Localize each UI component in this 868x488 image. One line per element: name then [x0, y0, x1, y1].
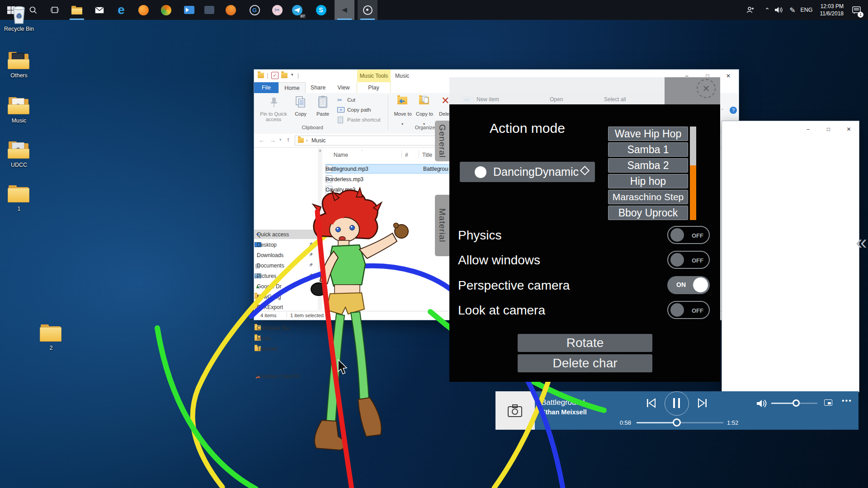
taskbar-telegram[interactable]: 87: [287, 0, 307, 20]
sidebar-item[interactable]: FBXExport: [254, 302, 319, 312]
qat-new-folder-icon[interactable]: [281, 73, 288, 78]
copy-path-button[interactable]: w Copy path: [337, 107, 387, 114]
back-icon[interactable]: ←: [259, 136, 265, 144]
sidebar-item[interactable]: ↓ Downloads: [254, 250, 319, 260]
sidebar-item[interactable]: ☁ Creative Cloud Fil: [254, 371, 319, 381]
seek-bar-remaining[interactable]: [677, 422, 723, 423]
minimize-button[interactable]: –: [798, 123, 818, 136]
mini-player-icon[interactable]: [824, 399, 832, 406]
tray-pen[interactable]: ✎: [786, 0, 799, 20]
taskbar-overlay-app[interactable]: ◄: [335, 0, 354, 20]
taskbar-orange-app[interactable]: [221, 0, 241, 20]
dance-move-item[interactable]: Samba 1: [608, 142, 688, 157]
taskbar-fl-studio[interactable]: [133, 0, 153, 20]
taskbar-logitech[interactable]: G: [245, 0, 264, 20]
up-icon[interactable]: ↑: [287, 136, 290, 143]
next-button[interactable]: [697, 398, 708, 408]
sidebar-item[interactable]: ⌄✦ Quick access: [254, 230, 319, 239]
overlay-edge-handle-icon[interactable]: «: [856, 229, 868, 258]
tray-people[interactable]: [742, 0, 759, 20]
tab-file[interactable]: File: [254, 82, 278, 93]
sidebar-item[interactable]: Music: [254, 333, 319, 343]
file-row[interactable]: ◎ Wrong.mp3: [326, 195, 450, 205]
close-button[interactable]: ✕: [718, 70, 739, 82]
dance-move-item[interactable]: Maraschino Step: [608, 190, 688, 204]
volume-knob[interactable]: [793, 399, 800, 407]
taskbar-blue-chat[interactable]: [179, 0, 199, 20]
allow-windows-toggle[interactable]: OFF: [667, 251, 710, 269]
move-list-scrollbar-thumb[interactable]: [690, 165, 696, 220]
breadcrumb[interactable]: › Music: [295, 136, 448, 145]
side-tab-material[interactable]: Material: [435, 195, 449, 256]
desktop-icon-1[interactable]: 1: [0, 184, 38, 212]
previous-button[interactable]: [646, 398, 656, 408]
tray-volume[interactable]: [772, 0, 786, 20]
taskbar-edge[interactable]: e: [111, 0, 131, 20]
rotate-button[interactable]: Rotate: [518, 334, 652, 352]
perspective-camera-toggle[interactable]: ON: [667, 276, 710, 294]
pin-to-quick-access-button[interactable]: Pin to Quick access: [258, 93, 289, 132]
taskbar-color-orb[interactable]: [156, 0, 176, 20]
help-icon[interactable]: ?: [730, 107, 737, 114]
more-options-icon[interactable]: •••: [842, 397, 852, 405]
physics-toggle[interactable]: OFF: [667, 226, 710, 244]
fl-studio-icon: [138, 5, 149, 15]
sidebar-item[interactable]: ▲ Google Dr: [254, 282, 319, 291]
dance-move-item[interactable]: Wave Hip Hop: [608, 127, 688, 141]
ribbon-collapse-icon[interactable]: ˇ: [722, 108, 723, 114]
close-button[interactable]: ✕: [839, 123, 859, 136]
qat-properties-icon[interactable]: ✓: [271, 72, 278, 79]
file-row[interactable]: ◎ Borderless.mp3: [326, 174, 450, 184]
overlay-close-icon[interactable]: ✕: [697, 79, 716, 98]
desktop-icon-2[interactable]: 2: [32, 324, 70, 351]
sidebar-item[interactable]: NewGoog: [254, 292, 319, 301]
dance-move-item[interactable]: Hip hop: [608, 174, 688, 188]
sidebar-item[interactable]: Camtasia Stu: [254, 323, 319, 333]
desktop-icon-music[interactable]: ◎ Music: [0, 96, 38, 124]
desktop-icon-others[interactable]: Others: [0, 51, 38, 79]
paste-shortcut-button[interactable]: Paste shortcut: [337, 117, 392, 124]
forward-icon[interactable]: →: [269, 136, 276, 144]
window-icon: [258, 73, 264, 78]
side-tab-general[interactable]: General: [435, 121, 449, 161]
maximize-button[interactable]: □: [818, 123, 839, 136]
tab-play[interactable]: Play: [357, 82, 391, 93]
sidebar-item[interactable]: Pictures: [254, 271, 319, 281]
column-header-number[interactable]: #: [405, 152, 408, 158]
taskbar-mail[interactable]: [90, 0, 109, 20]
file-row[interactable]: ◎ Cavalry.mp3: [326, 185, 450, 194]
seek-knob[interactable]: [673, 418, 681, 427]
delete-char-button[interactable]: Delete char: [518, 354, 652, 372]
tray-clock[interactable]: 12:03 PM 11/6/2018: [816, 3, 844, 17]
dance-move-item[interactable]: Bboy Uprock: [608, 206, 688, 220]
taskbar-file-explorer[interactable]: [67, 0, 87, 20]
sidebar-scrollbar[interactable]: ▲: [318, 148, 322, 310]
tray-language[interactable]: ENG: [798, 0, 815, 20]
sidebar-item[interactable]: TacticalC: [254, 344, 319, 353]
tab-share[interactable]: Share: [306, 82, 330, 93]
desktop-icon-recycle-bin[interactable]: ♻ Recycle Bin: [0, 5, 38, 32]
volume-icon[interactable]: [756, 399, 768, 408]
sidebar-item[interactable]: Desktop: [254, 240, 319, 249]
taskbar-snip[interactable]: ✂: [267, 0, 287, 20]
taskbar-screen-record[interactable]: [358, 0, 377, 20]
tab-home[interactable]: Home: [278, 82, 306, 93]
taskbar-inactive-app[interactable]: [199, 0, 219, 20]
qat-customize-caret-icon[interactable]: ▾: [291, 72, 293, 77]
tray-action-center[interactable]: 1: [846, 0, 866, 20]
look-at-camera-toggle[interactable]: OFF: [667, 301, 710, 319]
seek-bar-played[interactable]: [637, 422, 677, 423]
desktop-icon-udcc[interactable]: ⚙ UDCC: [0, 141, 38, 168]
task-view-button[interactable]: [45, 0, 65, 20]
sidebar-item[interactable]: ▤ Documents: [254, 261, 319, 270]
taskbar-skype[interactable]: S: [311, 0, 331, 20]
column-header-name[interactable]: Name: [334, 152, 348, 158]
recent-caret-icon[interactable]: ▾: [279, 137, 282, 142]
move-list-scrollbar-track[interactable]: [690, 127, 696, 165]
column-header-title[interactable]: Title: [422, 152, 432, 158]
cut-button[interactable]: ✂ Cut: [337, 97, 387, 104]
pause-button[interactable]: [665, 391, 689, 416]
file-row[interactable]: ◎ Battleground.mp3Battleground: [326, 164, 450, 174]
tab-view[interactable]: View: [330, 82, 357, 93]
dance-move-item[interactable]: Samba 2: [608, 158, 688, 173]
